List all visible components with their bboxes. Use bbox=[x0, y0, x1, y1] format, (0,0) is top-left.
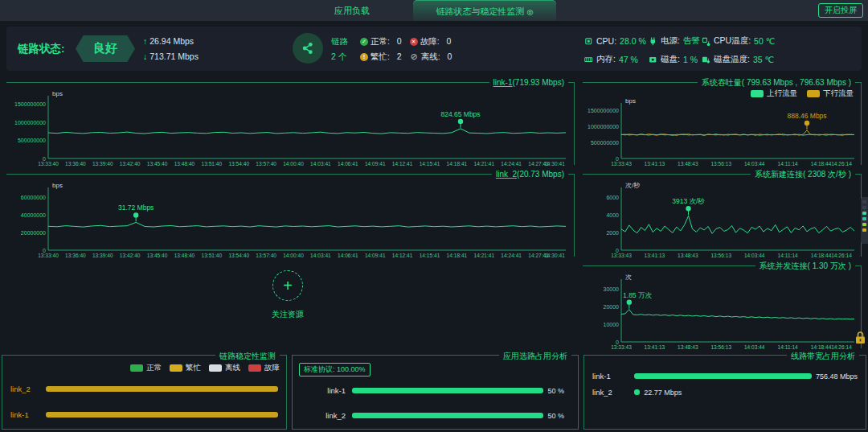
tab-settings-icon[interactable]: ◎ bbox=[527, 8, 534, 16]
link-2-link[interactable]: link_2 bbox=[496, 170, 517, 179]
link-2-rate: (20.73 Mbps) bbox=[517, 170, 564, 179]
svg-text:bps: bps bbox=[625, 97, 636, 105]
share-button[interactable] bbox=[293, 33, 323, 64]
legend-item[interactable]: 下行流量 bbox=[807, 88, 854, 99]
svg-text:1000000000: 1000000000 bbox=[14, 120, 46, 125]
svg-text:13:56:13: 13:56:13 bbox=[710, 161, 731, 167]
metric-cpu-temp: CPU温度:50 ℃ bbox=[702, 35, 814, 47]
svg-text:31.72 Mbps: 31.72 Mbps bbox=[118, 204, 154, 212]
metric-disk-temp: 磁盘温度:35 ℃ bbox=[702, 54, 814, 65]
concurrent-connections-line-chart[interactable]: 次010000200003000013:33:4313:41:1313:48:4… bbox=[583, 270, 861, 351]
svg-text:14:18:41: 14:18:41 bbox=[447, 161, 468, 167]
svg-text:14:03:44: 14:03:44 bbox=[744, 344, 765, 350]
legend-swatch bbox=[248, 364, 261, 372]
svg-text:13:56:13: 13:56:13 bbox=[710, 253, 731, 258]
legend-item[interactable]: 故障 bbox=[248, 363, 280, 373]
link-1-link[interactable]: link-1 bbox=[493, 78, 513, 87]
stat-fault: ✕故障: 0 bbox=[410, 34, 452, 49]
panel-bandwidth-usage-title: 线路带宽占用分析 bbox=[787, 351, 859, 362]
status-bar: 链路状态: 良好 ↑26.94 Mbps ↓713.71 Mbps 链路 ✓正常… bbox=[6, 27, 862, 71]
svg-text:13:33:43: 13:33:43 bbox=[611, 253, 632, 258]
legend-item[interactable]: 离线 bbox=[209, 363, 240, 373]
throughput-legend[interactable]: 上行流量下行流量 bbox=[751, 88, 854, 99]
legend-item[interactable]: 繁忙 bbox=[170, 363, 201, 373]
link-2-line-chart[interactable]: bps020000000400000006000000013:33:4013:3… bbox=[6, 179, 574, 259]
legend-label: 下行流量 bbox=[823, 88, 854, 99]
system-metrics: CPU:28.0 %电源:告警CPU温度:50 ℃内存:47 %磁盘:1 %磁盘… bbox=[584, 35, 814, 65]
svg-text:6000: 6000 bbox=[606, 195, 619, 200]
svg-text:14:03:41: 14:03:41 bbox=[310, 161, 331, 167]
svg-text:60000000: 60000000 bbox=[21, 195, 46, 200]
bar-value: 50 % bbox=[547, 387, 564, 395]
svg-text:13:33:43: 13:33:43 bbox=[611, 161, 632, 167]
svg-text:14:11:14: 14:11:14 bbox=[778, 253, 799, 258]
svg-text:13:45:40: 13:45:40 bbox=[147, 161, 168, 167]
chart-new-connections: 系统新建连接( 2308 次/秒 ) 次/秒020004000600013:33… bbox=[583, 170, 862, 259]
legend-label: 正常 bbox=[146, 363, 162, 373]
down-arrow-icon: ↓ bbox=[143, 51, 147, 61]
metric-label: 磁盘: bbox=[661, 54, 680, 65]
metric-label: CPU温度: bbox=[714, 35, 751, 47]
fault-cross-icon: ✕ bbox=[410, 38, 418, 46]
new-connections-line-chart[interactable]: 次/秒020004000600013:33:4313:41:1313:48:43… bbox=[583, 179, 861, 259]
svg-text:14:00:40: 14:00:40 bbox=[283, 161, 304, 167]
stability-legend[interactable]: 正常繁忙离线故障 bbox=[130, 363, 280, 373]
svg-text:1500000000: 1500000000 bbox=[14, 101, 46, 107]
svg-text:14:03:44: 14:03:44 bbox=[744, 253, 765, 258]
svg-text:1500000000: 1500000000 bbox=[588, 108, 619, 113]
svg-text:13:48:40: 13:48:40 bbox=[174, 253, 195, 258]
svg-text:13:39:40: 13:39:40 bbox=[92, 161, 113, 167]
bar-label: link-1 bbox=[10, 410, 46, 419]
bar-track: 50 % bbox=[352, 412, 570, 420]
bar-row-link_2: link_2 bbox=[10, 385, 278, 393]
svg-text:13:48:43: 13:48:43 bbox=[678, 344, 698, 350]
svg-text:10000: 10000 bbox=[604, 322, 620, 327]
fault-label: 故障: bbox=[420, 34, 440, 49]
svg-text:14:12:41: 14:12:41 bbox=[392, 161, 413, 167]
svg-text:14:11:14: 14:11:14 bbox=[778, 161, 799, 167]
busy-warning-icon: ! bbox=[360, 53, 368, 61]
svg-text:次/秒: 次/秒 bbox=[625, 182, 640, 189]
offline-slash-icon: ⊘ bbox=[410, 53, 419, 61]
svg-text:13:41:13: 13:41:13 bbox=[645, 253, 665, 258]
bar-row-link_2: link_222.77 Mbps bbox=[592, 388, 858, 397]
metric-power: 电源:告警 bbox=[649, 35, 702, 47]
svg-text:500000000: 500000000 bbox=[18, 138, 46, 143]
link-1-line-chart[interactable]: bps05000000001000000000150000000013:33:4… bbox=[6, 87, 574, 167]
lock-icon[interactable] bbox=[854, 331, 866, 344]
add-resource-button[interactable]: + bbox=[272, 270, 303, 301]
svg-text:13:36:40: 13:36:40 bbox=[65, 253, 86, 258]
svg-text:14:06:41: 14:06:41 bbox=[338, 253, 358, 258]
legend-item[interactable]: 上行流量 bbox=[751, 88, 797, 99]
svg-text:13:54:40: 13:54:40 bbox=[228, 161, 249, 167]
link-stats: 链路 ✓正常: 0 ✕故障: 0 2 个 !繁忙: 2 ⊘离线: 0 bbox=[331, 34, 452, 64]
svg-text:次: 次 bbox=[625, 274, 632, 281]
metric-disk: 磁盘:1 % bbox=[649, 54, 702, 65]
svg-text:14:15:41: 14:15:41 bbox=[420, 161, 440, 167]
bar-label: link_2 bbox=[10, 385, 46, 393]
svg-text:13:42:40: 13:42:40 bbox=[120, 161, 141, 167]
svg-text:13:33:43: 13:33:43 bbox=[611, 344, 632, 350]
tab-app-load[interactable]: 应用负载 bbox=[323, 0, 381, 21]
metric-label: 内存: bbox=[596, 54, 616, 65]
metric-memory: 内存:47 % bbox=[584, 54, 649, 65]
collapsed-toolbar[interactable] bbox=[861, 197, 868, 244]
bar-row-link-1: link-1 bbox=[10, 410, 278, 419]
svg-text:13:42:40: 13:42:40 bbox=[120, 253, 141, 258]
protocol-badge[interactable]: 标准协议: 100.00% bbox=[299, 363, 371, 376]
cast-screen-button[interactable]: 开启投屏 bbox=[818, 3, 863, 18]
svg-text:13:54:40: 13:54:40 bbox=[228, 253, 249, 258]
busy-label: 繁忙: bbox=[371, 49, 390, 64]
toolbar-item bbox=[862, 212, 866, 215]
svg-text:14:06:41: 14:06:41 bbox=[338, 161, 358, 167]
svg-text:14:12:41: 14:12:41 bbox=[392, 253, 413, 258]
cpu-icon bbox=[584, 37, 593, 46]
legend-item[interactable]: 正常 bbox=[130, 363, 162, 373]
svg-text:14:03:44: 14:03:44 bbox=[744, 161, 765, 167]
svg-text:bps: bps bbox=[52, 90, 63, 97]
throughput-line-chart[interactable]: bps05000000001000000000150000000013:33:4… bbox=[583, 87, 861, 167]
svg-text:4000: 4000 bbox=[606, 212, 619, 218]
legend-swatch bbox=[130, 364, 143, 372]
svg-text:bps: bps bbox=[52, 182, 63, 189]
tab-link-status[interactable]: 链路状态与稳定性监测◎ bbox=[413, 0, 556, 21]
